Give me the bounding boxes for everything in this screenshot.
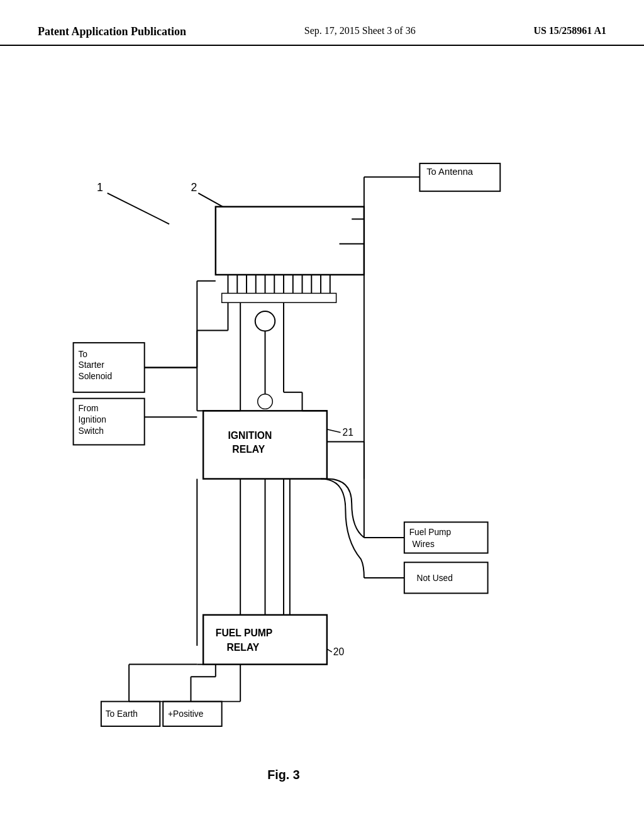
svg-rect-14: [222, 293, 336, 302]
circuit-diagram: 1 2 To Antenna To Starter: [0, 46, 644, 800]
figure-caption: Fig. 3: [267, 768, 299, 782]
fuel-pump-relay-label: FUEL PUMP: [216, 628, 273, 638]
ignition-relay-label: IGNITION: [228, 430, 272, 441]
svg-text:Switch: Switch: [78, 426, 104, 436]
ref1-label: 1: [97, 181, 103, 194]
publication-type: Patent Application Publication: [38, 25, 186, 38]
fuel-pump-wires-label: Fuel Pump: [409, 528, 452, 537]
antenna-label: To Antenna: [426, 167, 474, 177]
svg-line-0: [108, 193, 169, 224]
publication-number: US 15/258961 A1: [533, 25, 606, 36]
control-module-box: [216, 207, 364, 275]
connector-circle: [255, 311, 275, 331]
ref2-label: 2: [191, 181, 197, 194]
starter-solenoid-label: To: [78, 350, 87, 359]
page-header: Patent Application Publication Sep. 17, …: [0, 0, 644, 46]
svg-text:RELAY: RELAY: [227, 642, 260, 653]
publication-date: Sep. 17, 2015 Sheet 3 of 36: [304, 25, 416, 36]
svg-text:Wires: Wires: [413, 540, 435, 549]
earth-label: To Earth: [106, 709, 138, 719]
svg-text:Starter: Starter: [78, 360, 104, 370]
positive-label: +Positive: [168, 709, 204, 719]
ignition-switch-label: From: [78, 404, 98, 413]
svg-text:Solenoid: Solenoid: [78, 372, 112, 381]
ref21-label: 21: [342, 427, 353, 438]
ignition-relay-box: [203, 411, 327, 479]
fuel-pump-relay-box: [203, 615, 327, 665]
not-used-label: Not Used: [416, 573, 452, 583]
svg-text:RELAY: RELAY: [232, 444, 265, 455]
svg-line-1: [198, 193, 225, 208]
svg-text:Ignition: Ignition: [78, 415, 106, 424]
relay-coil-symbol: [258, 394, 273, 409]
ref20-label: 20: [333, 646, 345, 657]
svg-line-27: [327, 429, 341, 433]
diagram-area: 1 2 To Antenna To Starter: [0, 46, 644, 800]
